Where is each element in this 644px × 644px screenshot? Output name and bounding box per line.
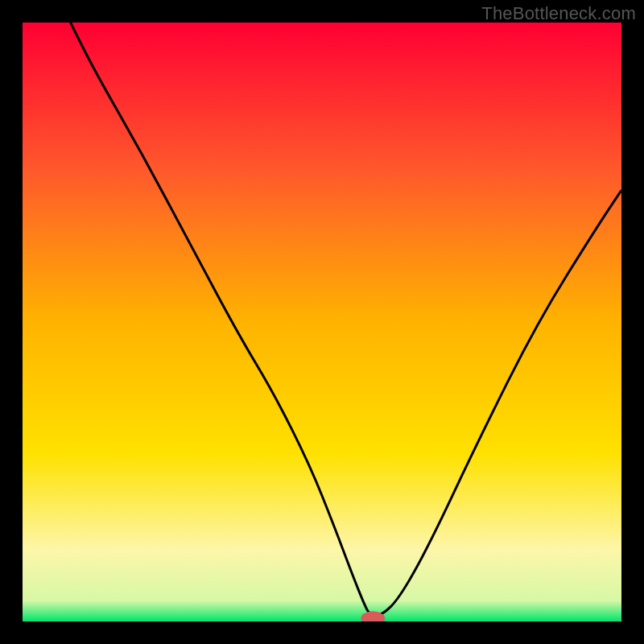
chart-svg	[23, 23, 621, 621]
gradient-background	[23, 23, 621, 621]
plot-area	[23, 23, 621, 621]
watermark-text: TheBottleneck.com	[481, 3, 636, 24]
chart-frame: TheBottleneck.com	[0, 0, 644, 644]
